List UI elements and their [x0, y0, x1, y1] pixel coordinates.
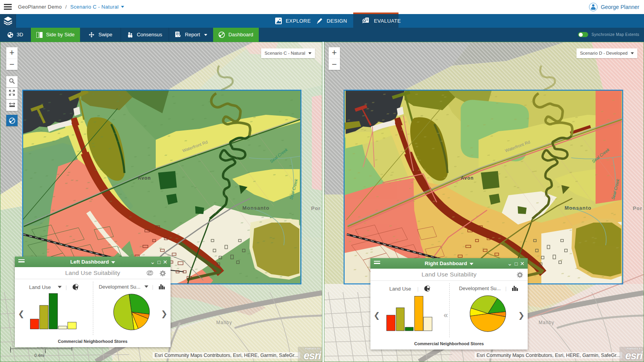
svg-text:Por: Por	[633, 205, 642, 211]
svg-text:Avon: Avon	[461, 175, 473, 181]
svg-text:Mallby: Mallby	[539, 320, 554, 325]
svg-text:Avon: Avon	[138, 175, 151, 181]
svg-text:Mallby: Mallby	[216, 320, 232, 325]
svg-text:0.4mi: 0.4mi	[34, 353, 44, 358]
svg-text:Por: Por	[311, 205, 321, 211]
svg-text:Monsanto: Monsanto	[242, 205, 269, 211]
svg-text:Monsanto: Monsanto	[564, 205, 591, 211]
